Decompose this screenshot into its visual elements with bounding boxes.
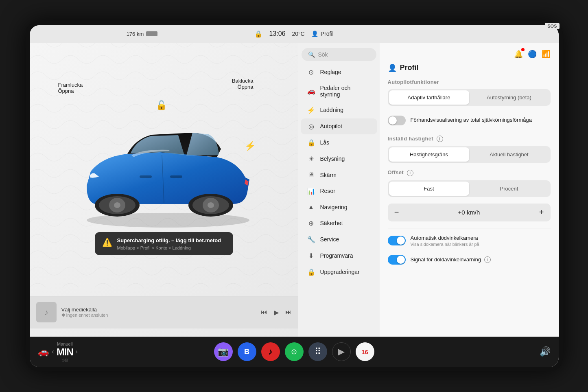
sidebar-item-las[interactable]: 🔒 Lås [301, 135, 377, 151]
bluetooth-status-icon[interactable]: 🔵 [528, 50, 537, 59]
spotify-app-button[interactable]: ⊙ [285, 342, 304, 361]
car-visual-area: Framlucka Öppna Baklucka Öppna 🔓 ⚡ [30, 43, 298, 296]
laddning-label: Laddning [320, 107, 344, 113]
climate-value: MIN [57, 346, 73, 358]
front-center [114, 202, 120, 208]
media-controls: ⏮ ▶ ⏭ [261, 309, 292, 316]
media-thumbnail: ♪ [36, 302, 57, 322]
hastighetsgrans-btn[interactable]: Hastighetsgräns [389, 147, 469, 162]
rear-center [208, 202, 214, 208]
battery-info: 176 km [127, 31, 158, 37]
profile-status[interactable]: 👤 Profil [311, 31, 334, 37]
taskbar-left: 🚗 ‹ Manuell MIN ⊙⊡ › [38, 342, 209, 362]
adaptiv-farthallare-btn[interactable]: Adaptiv farthållare [389, 90, 469, 105]
blindspot-warning-toggle[interactable] [388, 255, 406, 265]
speed-increase-button[interactable]: + [533, 204, 551, 221]
charging-bolt-icon: ⚡ [245, 141, 256, 151]
main-content: Framlucka Öppna Baklucka Öppna 🔓 ⚡ [30, 43, 559, 337]
next-track-button[interactable]: ⏭ [285, 309, 292, 316]
play-pause-button[interactable]: ▶ [274, 309, 279, 316]
resor-icon: 📊 [307, 187, 315, 195]
status-bar-left: 176 km [38, 31, 247, 37]
uppgraderingar-label: Uppgraderingar [320, 269, 360, 275]
search-bar[interactable]: 🔍 Sök [302, 48, 376, 61]
car-svg [62, 104, 266, 234]
warning-sub-text: Mobilapp > Profil > Konto > Laddning [117, 245, 221, 250]
sidebar-item-navigering[interactable]: ▲ Navigering [301, 199, 377, 215]
profile-label: Profil [321, 31, 334, 37]
status-bar-center: 🔒 13:06 20°C 👤 Profil [254, 30, 333, 38]
offset-info-icon[interactable]: i [407, 170, 413, 176]
sidebar-item-uppgraderingar[interactable]: 🔒 Uppgraderingar [301, 264, 377, 280]
sidebar-item-reglage[interactable]: ⊙ Reglage [301, 64, 377, 80]
divider-1 [388, 132, 551, 132]
search-icon: 🔍 [308, 51, 315, 58]
speed-offset-control: − +0 km/h + [388, 204, 551, 221]
prev-track-button[interactable]: ⏮ [261, 309, 267, 316]
camera-app-button[interactable]: 📷 [214, 342, 233, 361]
battery-bar [146, 31, 157, 36]
speed-btn-group: Hastighetsgräns Aktuell hastighet [388, 146, 551, 163]
sidebar-item-programvara[interactable]: ⬇ Programvara [301, 248, 377, 264]
autopilot-btn-group: Adaptiv farthållare Autostyrning (beta) [388, 89, 551, 106]
climate-arrow-left[interactable]: ‹ [52, 348, 54, 355]
sidebar-item-belysning[interactable]: ☀ Belysning [301, 151, 377, 167]
taskbar-right: 🔊 [380, 346, 551, 357]
speed-decrease-button[interactable]: − [388, 204, 406, 221]
reglage-label: Reglage [320, 69, 341, 75]
framlucka-label[interactable]: Framlucka Öppna [58, 82, 83, 94]
lock-status-icon: 🔒 [254, 30, 262, 38]
bluetooth-app-button[interactable]: B [238, 342, 256, 361]
service-label: Service [320, 236, 339, 243]
aktuell-hastighet-btn[interactable]: Aktuell hastighet [469, 147, 549, 162]
procent-btn[interactable]: Procent [469, 182, 549, 196]
skarm-icon: 🖥 [307, 171, 315, 179]
uppgraderingar-icon: 🔒 [307, 268, 315, 276]
climate-icons: ⊙⊡ [57, 358, 73, 362]
calendar-button[interactable]: 16 [356, 342, 374, 361]
screen-inner: 176 km 🔒 13:06 20°C 👤 Profil SOS [30, 25, 559, 367]
sidebar-item-service[interactable]: 🔧 Service [301, 232, 377, 247]
resor-label: Resor [320, 188, 335, 194]
sidebar-item-resor[interactable]: 📊 Resor [301, 183, 377, 199]
play-button[interactable]: ▶ [332, 342, 351, 361]
music-app-button[interactable]: ♪ [261, 342, 280, 361]
offset-section-label: Offset i [388, 169, 551, 176]
blindspot-camera-toggle[interactable] [388, 236, 406, 245]
media-subtitle: ✱ Ingen enhet ansluten [61, 313, 256, 318]
blindspot-camera-sublabel: Visa sidokamera när blinkers är på [411, 242, 479, 247]
foresight-toggle-label: Förhandsvisualisering av total självkörn… [411, 117, 532, 124]
more-apps-button[interactable]: ⠿ [308, 342, 327, 361]
blindspot-warning-info-icon[interactable]: i [484, 256, 491, 263]
volume-button[interactable]: 🔊 [540, 346, 551, 357]
belysning-icon: ☀ [307, 155, 315, 163]
status-bar: 176 km 🔒 13:06 20°C 👤 Profil SOS [30, 25, 559, 43]
autopilot-label: Autopilot [320, 123, 342, 129]
las-icon: 🔒 [307, 139, 315, 147]
foresight-toggle[interactable] [388, 116, 406, 125]
belysning-label: Belysning [320, 155, 345, 162]
car-home-button[interactable]: 🚗 [38, 346, 49, 357]
temp-display: 20°C [292, 31, 304, 37]
fast-btn[interactable]: Fast [389, 182, 469, 196]
sidebar-item-skarm[interactable]: 🖥 Skärm [301, 167, 377, 183]
sos-badge[interactable]: SOS [545, 25, 558, 29]
sidebar-item-pedaler[interactable]: 🚗 Pedaler och styrning [301, 81, 377, 102]
sidebar-item-sakerhet[interactable]: ⊕ Säkerhet [301, 215, 377, 231]
speed-info-icon[interactable]: i [437, 136, 443, 142]
right-panel: 🔍 Sök ⊙ Reglage 🚗 Pedaler och styrning ⚡… [298, 43, 559, 337]
door-handle-1 [140, 175, 152, 178]
notification-icon[interactable]: 🔔 [514, 50, 523, 59]
media-bar: ♪ Välj mediekälla ✱ Ingen enhet ansluten… [30, 296, 298, 328]
door-handle-2 [170, 175, 182, 178]
car-image-wrapper [62, 104, 266, 234]
sidebar-item-laddning[interactable]: ⚡ Laddning [301, 102, 377, 118]
settings-content: 🔔 🔵 📶 👤 Profil Autopilotfunktioner Adapt… [380, 43, 559, 337]
notification-badge [521, 48, 525, 51]
autostyrning-btn[interactable]: Autostyrning (beta) [469, 90, 549, 105]
warning-main-text: Supercharging otillg. – lägg till bet.me… [117, 237, 221, 244]
baklucka-label[interactable]: Baklucka Öppna [232, 78, 254, 90]
sidebar-item-autopilot[interactable]: ◎ Autopilot [301, 118, 377, 134]
climate-arrow-right[interactable]: › [76, 348, 78, 355]
sidebar: 🔍 Sök ⊙ Reglage 🚗 Pedaler och styrning ⚡… [298, 43, 380, 337]
